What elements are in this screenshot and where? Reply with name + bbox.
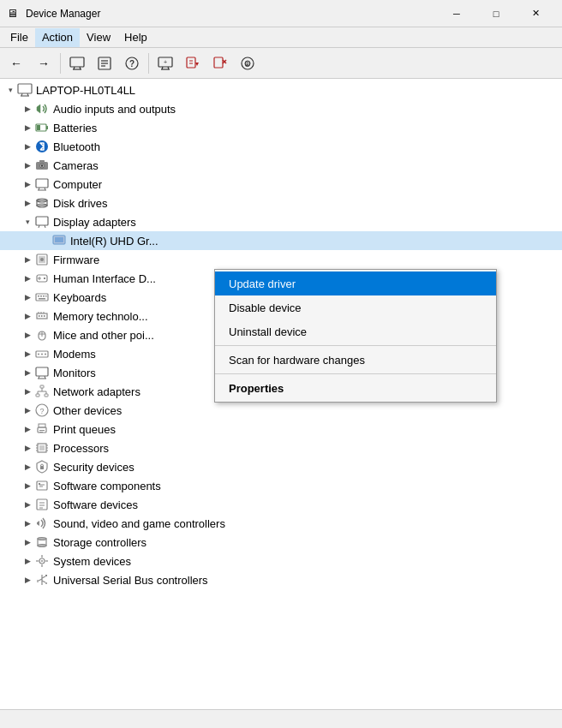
cameras-expand[interactable]: ▶ <box>21 158 34 172</box>
close-button[interactable]: ✕ <box>516 0 555 27</box>
toolbar: ← → ? + ⊕ <box>0 48 562 79</box>
display-expand[interactable]: ▾ <box>21 215 34 229</box>
other-icon: ? <box>34 403 50 418</box>
audio-label: Audio inputs and outputs <box>53 103 176 116</box>
print-expand[interactable]: ▶ <box>21 422 34 436</box>
context-menu-disable[interactable]: Disable device <box>215 295 496 319</box>
cameras-icon <box>34 158 50 173</box>
print-icon <box>34 421 50 437</box>
security-expand[interactable]: ▶ <box>21 460 34 474</box>
print-label: Print queues <box>53 423 116 436</box>
monitors-expand[interactable]: ▶ <box>21 366 34 379</box>
forward-button[interactable]: → <box>31 51 57 76</box>
sound-expand[interactable]: ▶ <box>21 516 34 530</box>
tree-item-batteries[interactable]: ▶ Batteries <box>0 118 562 137</box>
audio-icon <box>34 101 50 116</box>
tree-item-system[interactable]: ▶ System devices <box>0 552 562 570</box>
swcomponents-expand[interactable]: ▶ <box>21 479 34 492</box>
firmware-expand[interactable]: ▶ <box>21 253 34 266</box>
tree-item-storage[interactable]: ▶ Storage controllers <box>0 533 562 552</box>
root-expand-icon[interactable]: ▾ <box>3 83 17 97</box>
back-button[interactable]: ← <box>3 51 29 76</box>
tree-item-processors[interactable]: ▶ Processors <box>0 439 562 457</box>
tree-item-intel-uhd[interactable]: ▶ Intel(R) UHD Gr... <box>0 231 562 250</box>
tree-item-firmware[interactable]: ▶ Firmware <box>0 250 562 269</box>
sound-icon <box>34 516 50 531</box>
menu-action[interactable]: Action <box>35 28 80 47</box>
svg-rect-43 <box>36 217 48 225</box>
svg-rect-120 <box>45 575 47 576</box>
hid-icon <box>34 271 50 286</box>
maximize-button[interactable]: □ <box>476 0 516 27</box>
computer-icon <box>34 176 50 192</box>
monitors-label: Monitors <box>53 367 96 379</box>
svg-rect-47 <box>55 237 63 242</box>
monitor-button[interactable]: + <box>152 51 178 76</box>
context-menu-update[interactable]: Update driver <box>215 272 496 295</box>
tree-item-swcomponents[interactable]: ▶ Software components <box>0 476 562 495</box>
bluetooth-expand[interactable]: ▶ <box>21 140 34 153</box>
tree-item-security[interactable]: ▶ Security devices <box>0 457 562 476</box>
network-expand[interactable]: ▶ <box>21 385 34 398</box>
menu-help[interactable]: Help <box>117 28 154 47</box>
usb-expand[interactable]: ▶ <box>21 573 34 587</box>
svg-rect-90 <box>39 430 45 431</box>
tree-item-disk[interactable]: ▶ Disk drives <box>0 194 562 212</box>
processors-label: Processors <box>53 442 109 455</box>
svg-point-50 <box>40 258 44 261</box>
mice-expand[interactable]: ▶ <box>21 328 34 342</box>
svg-rect-89 <box>39 424 45 427</box>
system-expand[interactable]: ▶ <box>21 554 34 568</box>
memory-expand[interactable]: ▶ <box>21 309 34 323</box>
tree-item-swdevices[interactable]: ▶ Software devices <box>0 495 562 514</box>
network-label: Network adapters <box>53 385 140 398</box>
keyboards-expand[interactable]: ▶ <box>21 290 34 304</box>
tree-item-cameras[interactable]: ▶ Cameras <box>0 156 562 175</box>
modems-expand[interactable]: ▶ <box>21 347 34 361</box>
tree-view-container[interactable]: ▾ LAPTOP-HL0TL4LL ▶ Audio inputs and out… <box>0 79 562 709</box>
properties-button[interactable] <box>92 51 117 76</box>
tree-item-print[interactable]: ▶ Print queues <box>0 420 562 439</box>
scan-button[interactable]: ⊕ <box>235 51 260 76</box>
svg-rect-79 <box>40 385 44 388</box>
remove-button[interactable] <box>207 51 233 76</box>
tree-root[interactable]: ▾ LAPTOP-HL0TL4LL <box>0 81 562 99</box>
tree-item-computer[interactable]: ▶ Computer <box>0 175 562 194</box>
batteries-icon <box>34 120 50 135</box>
svg-text:?: ? <box>129 59 135 69</box>
minimize-button[interactable]: ─ <box>437 0 476 27</box>
menu-view[interactable]: View <box>80 28 117 47</box>
help-button[interactable]: ? <box>119 51 145 76</box>
svg-rect-104 <box>39 483 40 485</box>
context-menu-uninstall[interactable]: Uninstall device <box>215 319 496 343</box>
tree-item-sound[interactable]: ▶ Sound, video and game controllers <box>0 514 562 533</box>
update-button[interactable] <box>180 51 206 76</box>
firmware-icon <box>34 252 50 267</box>
processors-expand[interactable]: ▶ <box>21 441 34 455</box>
svg-point-34 <box>41 164 43 166</box>
menu-file[interactable]: File <box>3 28 35 47</box>
tree-item-other[interactable]: ▶ ? Other devices <box>0 401 562 420</box>
storage-expand[interactable]: ▶ <box>21 535 34 549</box>
tree-item-display[interactable]: ▾ Display adapters <box>0 212 562 231</box>
batteries-expand[interactable]: ▶ <box>21 121 34 134</box>
svg-point-31 <box>36 140 48 152</box>
svg-rect-18 <box>214 57 223 68</box>
other-expand[interactable]: ▶ <box>21 403 34 417</box>
context-menu-properties[interactable]: Properties <box>215 376 496 400</box>
usb-icon <box>34 572 50 588</box>
mice-label: Mice and other poi... <box>53 329 154 342</box>
hid-expand[interactable]: ▶ <box>21 272 34 285</box>
memory-label: Memory technolo... <box>53 310 148 323</box>
context-menu-scan[interactable]: Scan for hardware changes <box>215 348 496 372</box>
audio-expand[interactable]: ▶ <box>21 102 34 116</box>
tree-item-usb[interactable]: ▶ Universal Serial Bus controllers <box>0 570 562 589</box>
swdevices-expand[interactable]: ▶ <box>21 498 34 511</box>
tree-item-audio[interactable]: ▶ Audio inputs and outputs <box>0 99 562 118</box>
computer-expand[interactable]: ▶ <box>21 177 34 191</box>
computer-label: Computer <box>53 178 102 191</box>
tree-item-bluetooth[interactable]: ▶ Bluetooth <box>0 137 562 156</box>
computer-button[interactable] <box>64 51 90 76</box>
svg-rect-15 <box>187 57 195 68</box>
disk-expand[interactable]: ▶ <box>21 196 34 210</box>
